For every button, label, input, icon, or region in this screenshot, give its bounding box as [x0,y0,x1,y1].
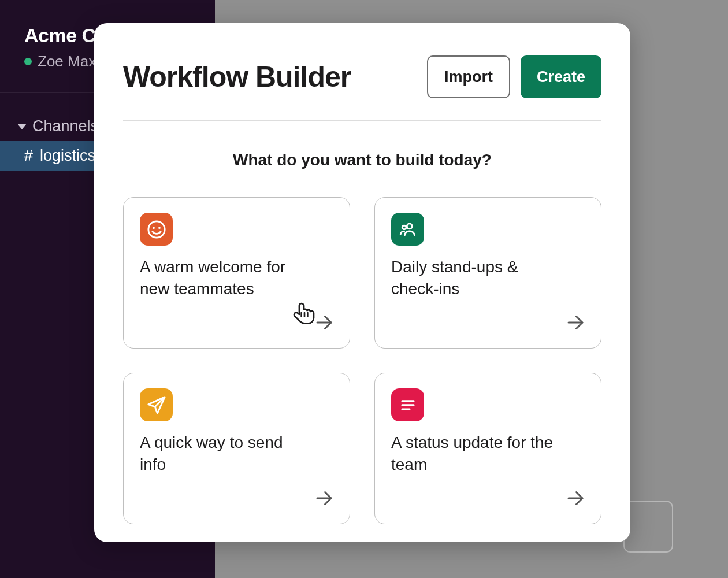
lines-icon [391,388,424,421]
template-card-standups[interactable]: Daily stand-ups & check-ins [374,197,601,349]
modal-title: Workflow Builder [123,60,351,94]
channels-label: Channels [32,117,98,135]
workflow-builder-modal: Workflow Builder Import Create What do y… [94,23,630,542]
template-cards-grid: A warm welcome for new teammates Daily s… [123,197,601,524]
template-card-status-update[interactable]: A status update for the team [374,373,601,524]
paper-plane-icon [140,388,173,421]
svg-point-5 [402,225,406,229]
smiley-icon [140,213,173,246]
template-card-welcome[interactable]: A warm welcome for new teammates [123,197,350,349]
channel-label: logistics [40,147,95,165]
card-title: A quick way to send info [140,432,313,476]
import-button[interactable]: Import [427,55,510,98]
background-element [623,501,673,553]
chevron-down-icon [17,124,27,129]
svg-point-4 [407,223,412,228]
arrow-right-icon [565,488,586,511]
modal-subtitle: What do you want to build today? [123,151,601,169]
card-title: A status update for the team [391,432,564,476]
card-title: A warm welcome for new teammates [140,256,313,300]
people-icon [391,213,424,246]
arrow-right-icon [314,488,335,511]
arrow-right-icon [565,312,586,335]
create-button[interactable]: Create [521,55,601,98]
template-card-send-info[interactable]: A quick way to send info [123,373,350,524]
modal-actions: Import Create [427,55,601,98]
modal-header: Workflow Builder Import Create [123,55,601,98]
svg-point-2 [158,227,161,229]
card-title: Daily stand-ups & check-ins [391,256,564,300]
arrow-right-icon [314,312,335,335]
svg-point-0 [148,221,164,237]
svg-point-1 [153,227,155,229]
presence-active-icon [24,58,32,65]
hash-icon: # [24,147,33,165]
divider [123,120,601,121]
